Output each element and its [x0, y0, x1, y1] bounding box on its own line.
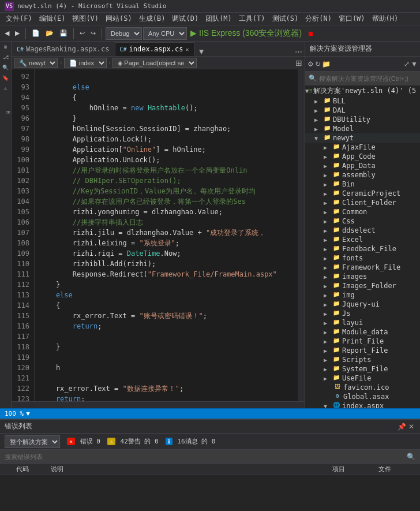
solution-search-input[interactable] [319, 75, 411, 82]
tab-wagesranking[interactable]: C# WagesRanking.aspx.cs [12, 42, 115, 56]
platform-dropdown[interactable]: Any CPU [143, 27, 187, 40]
menu-help[interactable]: 帮助(H) [369, 14, 402, 24]
method-dropdown[interactable]: ◈ Page_Load(object se [112, 58, 197, 68]
tree-item-report[interactable]: ▶ 📁 Report_File [305, 346, 420, 355]
solution-toolbar-btn4[interactable]: ⤢ [404, 60, 410, 68]
tree-item-favicon[interactable]: 🖼 favicon.ico [305, 383, 420, 392]
tree-item-bin[interactable]: ▶ 📁 Bin [305, 180, 420, 189]
tree-item-css[interactable]: ▶ 📁 Css [305, 217, 420, 226]
expand-editor-button[interactable]: ⊞ [295, 58, 302, 68]
error-badge: ✕ [67, 438, 75, 445]
tree-item-usefile[interactable]: ▶ 📁 UseFile [305, 374, 420, 383]
tree-item-module[interactable]: ▶ 📁 Module_data [305, 327, 420, 337]
solution-root[interactable]: ▼ ⊡ 解决方案'newyt.sln (4)' (5 个项目 [305, 85, 420, 96]
sidebar-git-icon[interactable]: ⎇ [1, 54, 10, 64]
menu-window[interactable]: 窗口(W) [335, 14, 369, 24]
horizontal-scrollbar[interactable] [12, 401, 305, 408]
tree-item-system[interactable]: ▶ 📁 System_File [305, 364, 420, 374]
appdata-arrow: ▶ [324, 163, 332, 169]
tree-item-js[interactable]: ▶ 📁 Js [305, 309, 420, 318]
menu-debug[interactable]: 调试(D) [168, 14, 202, 24]
sidebar-solution-icon[interactable]: ⊞ [1, 44, 10, 53]
tree-item-bll[interactable]: ▶ 📁 BLL [305, 96, 420, 106]
error-search-input[interactable] [5, 453, 120, 460]
tree-item-print[interactable]: ▶ 📁 Print_File [305, 337, 420, 346]
tree-item-model[interactable]: ▶ 📁 Model [305, 124, 420, 133]
error-panel-pin[interactable]: 📌 [397, 423, 406, 431]
col-desc[interactable]: 说明 [46, 465, 328, 473]
toolbar-new[interactable]: 📄 [29, 28, 42, 38]
menu-test[interactable]: 测试(S) [269, 14, 302, 24]
nav-bar: 🔧 newyt › 📄 index › ◈ Page_Load(object s… [12, 57, 305, 69]
new-tab-button[interactable]: ▼ [194, 47, 209, 56]
sidebar-search-icon[interactable]: 🔍 [1, 65, 10, 74]
editor-scrollbar[interactable] [298, 69, 305, 401]
menu-view[interactable]: 视图(V) [69, 14, 102, 24]
tree-item-images[interactable]: ▶ 📁 images [305, 272, 420, 281]
menu-website[interactable]: 网站(S) [102, 14, 136, 24]
error-panel-close[interactable]: ✕ [408, 423, 414, 431]
sidebar-error-icon[interactable]: ⚠ [1, 85, 10, 95]
tab-bar: C# WagesRanking.aspx.cs C# index.aspx.cs… [12, 42, 305, 57]
tab-index[interactable]: C# index.aspx.cs ✕ [115, 42, 194, 56]
code-content[interactable]: else { hOnline = new Hashtable(); } hOnl… [35, 69, 298, 401]
solution-toolbar-btn5[interactable]: ▼ [411, 60, 418, 68]
tree-item-client[interactable]: ▶ 📁 Client_Folder [305, 198, 420, 207]
print-label: Print_File [342, 337, 384, 345]
tree-item-dal[interactable]: ▶ 📁 DAL [305, 106, 420, 115]
error-search-btn[interactable]: 🔍 [407, 453, 415, 461]
tree-item-images-folder[interactable]: ▶ 📁 Images_Folder [305, 281, 420, 290]
menu-edit[interactable]: 编辑(E) [36, 14, 69, 24]
tree-item-assembly[interactable]: ▶ 📁 assembly [305, 170, 420, 180]
tree-item-index-aspx[interactable]: ▼ 🌐 index.aspx [305, 401, 420, 408]
stop-button[interactable]: ⏹ [305, 29, 316, 38]
tree-item-scripts[interactable]: ▶ 📁 Scripts [305, 355, 420, 364]
tree-item-dbutility[interactable]: ▶ 📁 DBUtility [305, 115, 420, 124]
tab-close-button[interactable]: ✕ [186, 46, 189, 53]
toolbar-undo[interactable]: ↩ [77, 28, 87, 38]
editor-menu-button[interactable]: ⋯ [292, 47, 305, 56]
tree-item-framework[interactable]: ▶ 📁 Framework_File [305, 263, 420, 272]
assembly-icon: 📁 [332, 171, 341, 179]
menu-build[interactable]: 生成(B) [136, 14, 169, 24]
toolbar-save[interactable]: 💾 [57, 28, 70, 38]
debug-mode-dropdown[interactable]: Debug [106, 27, 142, 40]
tree-item-img[interactable]: ▶ 📁 img [305, 290, 420, 300]
toolbar-back[interactable]: ◀ [2, 28, 12, 38]
tree-item-ajaxfile[interactable]: ▶ 📁 AjaxFile [305, 143, 420, 152]
tree-item-ddselect[interactable]: ▶ 📁 ddselect [305, 226, 420, 235]
tree-item-global[interactable]: ⚙ Global.asax [305, 392, 420, 401]
sidebar-bookmark-icon[interactable]: 🔖 [1, 75, 10, 84]
menu-team[interactable]: 团队(M) [202, 14, 235, 24]
tree-item-common[interactable]: ▶ 📁 Common [305, 207, 420, 217]
tree-item-feedback[interactable]: ▶ 📁 Feedback_File [305, 244, 420, 253]
col-file[interactable]: 文件 [374, 465, 420, 473]
menu-tools[interactable]: 工具(T) [235, 14, 269, 24]
code-editor[interactable]: 92 93 94 95 96 97 98 99 100 101 102 103 … [12, 69, 305, 401]
col-project[interactable]: 项目 [328, 465, 374, 473]
sidebar-pin-icon[interactable]: H [1, 107, 10, 117]
tree-item-fonts[interactable]: ▶ 📁 fonts [305, 253, 420, 263]
tree-item-jqueryui[interactable]: ▶ 📁 Jquery-ui [305, 300, 420, 309]
tree-item-appcode[interactable]: ▶ 📁 App_Code [305, 152, 420, 161]
tree-item-appdata[interactable]: ▶ 📁 App_Data [305, 161, 420, 170]
error-scope-dropdown[interactable]: 整个解决方案 [5, 435, 60, 448]
tree-item-layui[interactable]: ▶ 📁 layui [305, 318, 420, 327]
toolbar-open[interactable]: 📂 [43, 28, 56, 38]
solution-toolbar-btn1[interactable]: ⚙ [308, 60, 314, 68]
tree-item-ceramic[interactable]: ▶ 📁 CeramicProject [305, 189, 420, 198]
ajaxfile-icon: 📁 [332, 143, 341, 151]
menu-analyze[interactable]: 分析(N) [302, 14, 335, 24]
file-dropdown[interactable]: 📄 index [64, 58, 107, 68]
toolbar-redo[interactable]: ↪ [88, 28, 98, 38]
solution-toolbar-btn2[interactable]: ↻ [315, 60, 321, 68]
col-code[interactable]: 代码 [12, 465, 46, 473]
tree-item-excel[interactable]: ▶ 📁 Excel [305, 235, 420, 244]
toolbar-forward[interactable]: ▶ [13, 28, 22, 38]
run-button[interactable]: ▶ IIS Express (360安全浏览器) [188, 27, 304, 40]
main-layout: ⊞ ⎇ 🔍 🔖 ⚠ H C# WagesRanking.aspx.cs C# i… [0, 42, 420, 408]
menu-file[interactable]: 文件(F) [2, 14, 36, 24]
tree-item-newyt[interactable]: ▼ 📁 newyt [305, 133, 420, 143]
scope-dropdown[interactable]: 🔧 newyt [14, 58, 58, 68]
solution-toolbar-btn3[interactable]: 📁 [322, 60, 331, 68]
